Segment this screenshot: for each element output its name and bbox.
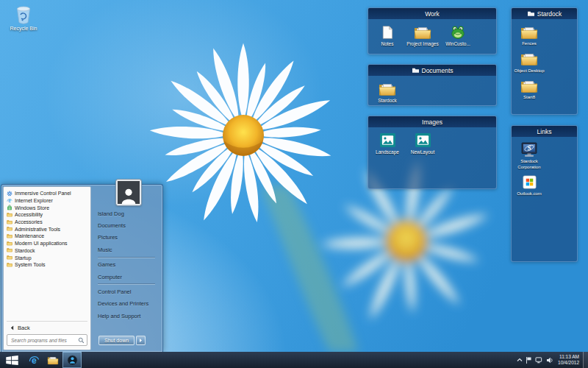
volume-icon[interactable]	[546, 357, 554, 364]
divider	[98, 257, 155, 258]
fence-item-notes[interactable]: Notes	[370, 23, 405, 47]
windows-logo-icon	[6, 355, 18, 365]
menu-item-startup[interactable]: Startup	[7, 254, 90, 261]
fence-documents-title: Documents	[422, 67, 453, 74]
folder-icon	[7, 212, 12, 217]
menu-item-stardock[interactable]: Stardock	[7, 247, 90, 255]
place-computer[interactable]: Computer	[98, 271, 159, 283]
fence-links-header[interactable]: Links	[512, 126, 577, 137]
fence-documents-header[interactable]: Documents	[368, 65, 496, 76]
folder-icon	[379, 82, 396, 96]
start-menu-places-panel: Island Dog Documents Pictures Music Game…	[91, 186, 161, 350]
show-desktop-button[interactable]	[583, 352, 588, 368]
taskbar-start8-button[interactable]	[62, 352, 82, 368]
fence-item-fences[interactable]: Fences	[513, 23, 545, 47]
place-games[interactable]: Games	[98, 259, 159, 271]
folder-icon	[7, 233, 12, 238]
stardock-monitor-icon	[520, 142, 538, 158]
fence-item-project-images[interactable]: Project Images	[405, 23, 440, 47]
clock-time: 11:13 AM	[559, 354, 579, 360]
chevron-right-icon	[139, 338, 143, 343]
search-box	[7, 334, 87, 346]
search-input[interactable]	[10, 337, 78, 344]
fence-stardock-body: Fences Object Desktop Start8	[512, 19, 577, 105]
folder-icon	[47, 355, 59, 365]
fence-work-header[interactable]: Work	[368, 8, 496, 19]
windows-store-icon	[7, 205, 12, 210]
gear-icon	[7, 191, 12, 197]
place-user-name[interactable]: Island Dog	[98, 208, 159, 219]
show-hidden-icons-chevron-icon[interactable]	[517, 358, 523, 362]
notes-document-icon	[380, 24, 395, 40]
recycle-bin-shortcut[interactable]: Recycle Bin	[6, 4, 41, 31]
shut-down-button[interactable]: Shut down	[98, 336, 135, 345]
taskbar-internet-explorer-button[interactable]	[24, 352, 43, 368]
start-menu: Immersive Control Panel Internet Explore…	[1, 184, 163, 352]
folder-icon	[412, 67, 420, 74]
folder-icon	[7, 241, 12, 246]
fence-item-stardock-folder[interactable]: Stardock	[370, 79, 405, 104]
place-documents[interactable]: Documents	[98, 219, 159, 231]
search-icon[interactable]	[78, 337, 85, 344]
folder-icon	[7, 247, 12, 252]
folder-icon	[527, 10, 535, 17]
place-devices-and-printers[interactable]: Devices and Printers	[98, 298, 159, 310]
menu-item-internet-explorer[interactable]: Internet Explorer	[7, 197, 90, 205]
menu-item-windows-store[interactable]: Windows Store	[7, 204, 90, 211]
recycle-bin-label: Recycle Bin	[10, 26, 37, 31]
fence-item-start8[interactable]: Start8	[513, 77, 545, 101]
fence-links-body: Stardock Corporation Outlook.com	[512, 137, 577, 201]
folder-icon	[7, 262, 12, 267]
fence-item-stardock-corporation[interactable]: Stardock Corporation	[513, 141, 545, 170]
fence-documents-body: Stardock	[368, 76, 496, 107]
place-control-panel[interactable]: Control Panel	[98, 286, 159, 297]
desktop: Recycle Bin Work Notes Project Images Wi…	[0, 0, 588, 368]
network-icon[interactable]	[535, 357, 543, 364]
place-music[interactable]: Music	[98, 244, 159, 255]
fence-images-title: Images	[422, 118, 442, 126]
fence-documents: Documents Stardock	[368, 64, 497, 106]
divider	[98, 283, 155, 285]
start-menu-programs-panel: Immersive Control Panel Internet Explore…	[3, 186, 91, 350]
internet-explorer-icon	[7, 198, 12, 204]
clock-date: 10/4/2012	[558, 360, 579, 366]
system-tray	[517, 356, 554, 364]
image-file-icon	[415, 132, 431, 148]
fence-work-body: Notes Project Images WinCusto...	[368, 19, 496, 51]
fence-item-newlayout[interactable]: NewLayout	[405, 131, 440, 155]
folder-icon	[7, 255, 12, 260]
place-pictures[interactable]: Pictures	[98, 232, 159, 244]
folder-icon	[7, 219, 12, 224]
menu-item-accessories[interactable]: Accessories	[7, 219, 90, 226]
folder-icon	[520, 25, 538, 40]
back-arrow-icon	[10, 325, 14, 330]
fence-item-object-desktop[interactable]: Object Desktop	[513, 50, 545, 74]
menu-item-system-tools[interactable]: System Tools	[7, 261, 90, 269]
menu-item-modern-ui-applications[interactable]: Modern UI applications	[7, 240, 90, 247]
menu-item-administrative-tools[interactable]: Administrative Tools	[7, 225, 90, 233]
place-help-and-support[interactable]: Help and Support	[98, 310, 159, 322]
taskbar-clock[interactable]: 11:13 AM 10/4/2012	[558, 354, 579, 366]
action-center-flag-icon[interactable]	[526, 356, 532, 364]
back-button[interactable]: Back	[4, 322, 90, 333]
start-button[interactable]	[0, 352, 24, 368]
fence-item-landscape[interactable]: Landscape	[370, 131, 405, 155]
shut-down-options-button[interactable]	[136, 336, 146, 345]
image-file-icon	[379, 132, 396, 148]
fence-item-wincustomize[interactable]: WinCusto...	[440, 23, 476, 47]
fence-item-outlook[interactable]: Outlook.com	[513, 173, 545, 197]
fence-images: Images Landscape NewLayout	[368, 116, 497, 189]
fence-stardock-header[interactable]: Stardock	[512, 8, 577, 19]
outlook-windows-icon	[521, 174, 538, 190]
internet-explorer-icon	[29, 355, 40, 366]
taskbar: 11:13 AM 10/4/2012	[0, 352, 588, 368]
folder-icon	[414, 25, 431, 40]
menu-item-maintenance[interactable]: Maintenance	[7, 233, 90, 240]
fence-images-header[interactable]: Images	[368, 116, 496, 127]
menu-item-immersive-control-panel[interactable]: Immersive Control Panel	[7, 190, 90, 197]
menu-item-accessibility[interactable]: Accessibility	[7, 211, 90, 219]
fence-work: Work Notes Project Images WinCusto...	[368, 7, 497, 54]
taskbar-file-explorer-button[interactable]	[43, 352, 62, 368]
user-avatar[interactable]	[116, 180, 141, 205]
fence-links: Links Stardock Corporation Outlook.com	[511, 125, 578, 262]
